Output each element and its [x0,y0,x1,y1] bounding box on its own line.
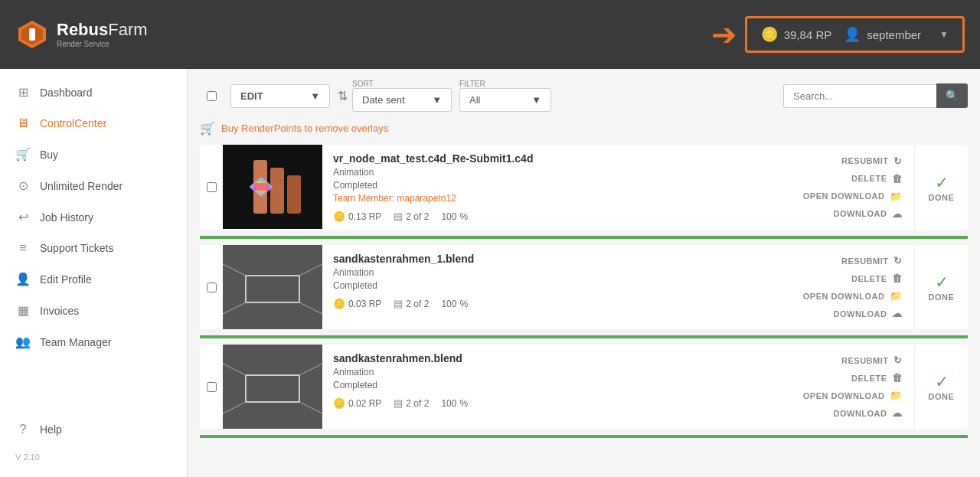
download-btn-2[interactable]: DOWNLOAD ☁ [831,306,906,321]
job-history-icon: ↩ [15,210,31,224]
resubmit-label-1: RESUBMIT [841,156,888,165]
select-all-checkbox[interactable] [200,91,223,101]
job-row-2: sandkastenrahmen_1.blend Animation Compl… [200,245,968,329]
sidebar-item-team-manager[interactable]: 👥 Team Manager [0,326,187,358]
sidebar-label-team-manager: Team Manager [40,336,111,348]
search-button[interactable]: 🔍 [936,83,968,108]
delete-btn-3[interactable]: DELETE 🗑 [848,371,905,385]
sidebar: ⊞ Dashboard 🖥 ControlCenter 🛒 Buy ⊙ Unli… [0,69,188,477]
job-checkbox-input-2[interactable] [207,283,217,292]
controlcenter-icon: 🖥 [15,116,31,130]
search-input[interactable] [783,84,936,108]
logo-text: RebusFarm Render Service [57,21,148,47]
job-thumbnail-3 [223,345,322,429]
resubmit-label-3: RESUBMIT [841,356,888,365]
search-icon: 🔍 [946,90,959,102]
resubmit-btn-1[interactable]: RESUBMIT ↻ [838,154,905,168]
user-area[interactable]: 🪙 39,84 RP 👤 september ▼ [745,16,965,53]
job-cost-3: 🪙 0.02 RP [333,397,381,409]
open-download-label-2: OPEN DOWNLOAD [803,292,885,301]
progress-value-2: 100 [441,299,456,309]
job-status-3: Completed [333,380,780,390]
invoices-icon: ▦ [15,303,31,318]
job-progress-3: 100 % [441,398,468,409]
done-check-2: ✓ [935,273,949,292]
sidebar-item-edit-profile[interactable]: 👤 Edit Profile [0,263,187,295]
cost-value-2: 0.03 RP [348,299,381,309]
open-download-btn-3[interactable]: OPEN DOWNLOAD 📁 [800,388,905,403]
open-download-label-1: OPEN DOWNLOAD [803,191,885,201]
sidebar-label-unlimited-render: Unlimited Render [40,180,122,192]
svg-rect-2 [29,28,35,41]
dashboard-icon: ⊞ [15,85,31,100]
job-cost-1: 🪙 0.13 RP [333,211,381,222]
job-name-2: sandkastenrahmen_1.blend [333,253,780,265]
download-icon-2: ☁ [892,308,903,319]
sidebar-item-invoices[interactable]: ▦ Invoices [0,295,187,326]
version-label: V 2.10 [0,445,187,469]
sidebar-item-dashboard[interactable]: ⊞ Dashboard [0,77,187,108]
job-details-3: sandkastenrahmen.blend Animation Complet… [322,345,791,429]
svg-marker-10 [252,183,270,191]
main-layout: ⊞ Dashboard 🖥 ControlCenter 🛒 Buy ⊙ Unli… [0,69,980,477]
download-label-1: DOWNLOAD [834,209,887,218]
sidebar-item-buy[interactable]: 🛒 Buy [0,139,187,170]
sidebar-label-job-history: Job History [40,211,93,224]
sidebar-item-support-tickets[interactable]: ≡ Support Tickets [0,233,187,263]
help-icon: ? [15,423,31,436]
done-area-2: ✓ DONE [914,245,968,329]
logo-icon [15,18,49,51]
resubmit-btn-2[interactable]: RESUBMIT ↻ [838,253,905,268]
sidebar-item-job-history[interactable]: ↩ Job History [0,201,187,233]
cart-icon: 🛒 [200,121,215,136]
sidebar-label-dashboard: Dashboard [40,87,93,99]
delete-label-1: DELETE [851,174,887,183]
filter-dropdown-button[interactable]: All ▼ [459,88,551,112]
sort-dropdown-button[interactable]: Date sent ▼ [352,88,452,112]
user-dropdown-arrow[interactable]: ▼ [939,29,949,40]
job-stats-3: 🪙 0.02 RP ▤ 2 of 2 100 % [333,397,780,409]
open-download-btn-1[interactable]: OPEN DOWNLOAD 📁 [800,189,905,204]
filter-dropdown-arrow: ▼ [531,94,541,106]
open-download-btn-2[interactable]: OPEN DOWNLOAD 📁 [800,289,905,303]
job-checkbox-input-1[interactable] [207,182,217,192]
download-label-3: DOWNLOAD [834,409,887,418]
download-btn-3[interactable]: DOWNLOAD ☁ [831,406,906,420]
progress-symbol-2: % [459,299,468,309]
job-checkbox-1[interactable] [200,145,223,230]
delete-btn-2[interactable]: DELETE 🗑 [848,271,905,286]
sidebar-item-controlcenter[interactable]: 🖥 ControlCenter [0,108,187,139]
delete-btn-1[interactable]: DELETE 🗑 [848,172,905,186]
delete-icon-3: 🗑 [892,372,903,384]
cost-icon-2: 🪙 [333,298,345,309]
resubmit-label-2: RESUBMIT [841,256,888,266]
sidebar-item-help[interactable]: ? Help [0,414,187,445]
content-area: EDIT ▼ ⇅ SORT Date sent ▼ FILTER All ▼ [188,69,980,477]
delete-icon-2: 🗑 [892,273,903,284]
job-type-2: Animation [333,267,780,278]
job-details-1: vr_node_mat_test.c4d_Re-Submit1.c4d Anim… [322,145,791,230]
cost-value-3: 0.02 RP [348,398,381,409]
buy-banner[interactable]: 🛒 Buy RenderPoints to remove overlays [200,121,968,136]
job-checkbox-3[interactable] [200,345,223,429]
sidebar-item-unlimited-render[interactable]: ⊙ Unlimited Render [0,170,187,201]
select-all-input[interactable] [207,91,217,101]
job-checkbox-input-3[interactable] [207,382,217,392]
job-progress-1: 100 % [441,211,468,222]
toolbar: EDIT ▼ ⇅ SORT Date sent ▼ FILTER All ▼ [200,80,968,112]
resubmit-icon-2: ↻ [893,255,903,266]
team-manager-icon: 👥 [15,335,31,349]
download-btn-1[interactable]: DOWNLOAD ☁ [831,207,906,221]
sidebar-label-support-tickets: Support Tickets [40,242,114,254]
done-area-1: ✓ DONE [914,145,968,230]
sidebar-label-edit-profile: Edit Profile [40,273,92,286]
resubmit-icon-3: ↻ [893,354,903,366]
job-stats-2: 🪙 0.03 RP ▤ 2 of 2 100 % [333,298,780,309]
frames-icon-3: ▤ [394,397,403,409]
edit-dropdown-arrow: ▼ [310,90,320,102]
job-checkbox-2[interactable] [200,245,223,329]
coins-value: 39,84 RP [784,28,832,41]
job-actions-1: RESUBMIT ↻ DELETE 🗑 OPEN DOWNLOAD 📁 DOWN… [791,145,914,230]
resubmit-btn-3[interactable]: RESUBMIT ↻ [838,353,905,368]
edit-dropdown-button[interactable]: EDIT ▼ [230,84,330,108]
